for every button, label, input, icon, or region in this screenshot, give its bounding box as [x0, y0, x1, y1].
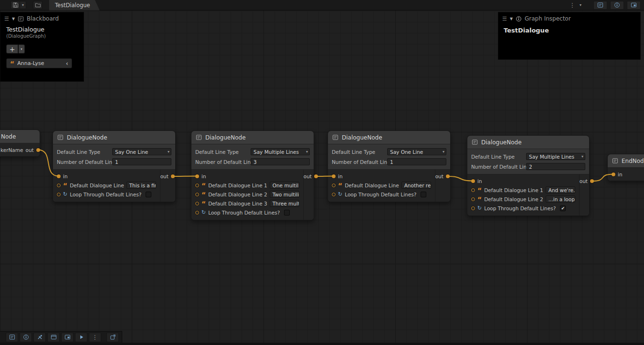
inspector-button[interactable] [20, 333, 32, 342]
line-count-input[interactable]: 2 [526, 163, 585, 170]
field-label: Default Line Type [332, 149, 387, 155]
add-property-options-button[interactable]: ▾ [19, 44, 25, 54]
loop-port[interactable] [57, 193, 61, 196]
loop-icon: ↻ [201, 210, 206, 215]
dialogue-line-input[interactable]: ...in a loop [546, 195, 575, 203]
blackboard-header[interactable]: ☰ ▼ Blackboard [0, 12, 84, 25]
line-port[interactable] [195, 202, 199, 205]
node-title-bar[interactable]: DialogueNode [191, 131, 314, 144]
line-label: Default Dialogue Line 1 [208, 183, 267, 188]
port-row: in [328, 172, 435, 181]
window-button[interactable] [47, 333, 60, 342]
port-label: kerName [0, 147, 23, 153]
line-port[interactable] [471, 197, 475, 201]
inspector-header[interactable]: ☰ ▼ Graph Inspector [498, 12, 640, 25]
node-ports: in “ Default Dialogue Line 1 One multili… [191, 170, 314, 220]
blackboard-icon [64, 334, 71, 340]
collapse-arrow-icon[interactable]: ▼ [510, 17, 513, 21]
line-type-dropdown[interactable]: Say One Line ▾ [112, 148, 171, 155]
line-type-dropdown[interactable]: Say One Line ▾ [387, 148, 446, 155]
output-port[interactable] [314, 174, 318, 178]
input-port[interactable] [332, 174, 336, 178]
dialogue-node-2[interactable]: DialogueNode Default Line Type Say Multi… [191, 130, 314, 220]
collapse-arrow-icon[interactable]: ▼ [12, 17, 15, 21]
port-label: out [580, 178, 588, 184]
output-port[interactable] [590, 179, 594, 183]
dialogue-line-input[interactable]: Another regu [401, 182, 431, 189]
loop-checkbox[interactable] [146, 192, 151, 197]
blackboard-property-pill[interactable]: “ Anna-Lyse ‹ [6, 58, 72, 68]
line-port[interactable] [195, 183, 199, 187]
output-port[interactable] [36, 148, 40, 152]
status-strip [0, 343, 644, 345]
add-property-button[interactable]: + [6, 44, 18, 54]
line-count-input[interactable]: 1 [112, 158, 171, 165]
line-count-input[interactable]: 1 [387, 158, 446, 165]
line-port[interactable] [471, 188, 475, 192]
line-type-dropdown[interactable]: Say Multiple Lines ▾ [526, 153, 585, 160]
toolbar-dropdown-button[interactable]: ▾ [577, 1, 584, 9]
hamburger-icon[interactable]: ☰ [4, 16, 9, 22]
output-port[interactable] [446, 174, 450, 178]
line-label: Default Dialogue Line 2 [484, 196, 543, 202]
line-port[interactable] [195, 193, 199, 196]
dialogue-node-1[interactable]: DialogueNode Default Line Type Say One L… [53, 130, 176, 202]
speaker-node[interactable]: Node kerName out [0, 129, 40, 157]
toggle-inspector-button[interactable] [610, 1, 624, 10]
play-button[interactable] [75, 333, 87, 342]
output-port[interactable] [171, 174, 175, 178]
loop-port[interactable] [471, 206, 475, 210]
console-button[interactable] [6, 333, 18, 342]
toggle-minimap-button[interactable] [627, 1, 641, 10]
toolbar-more-button[interactable]: ⋮ [568, 1, 577, 9]
end-node[interactable]: EndNode in [607, 154, 644, 181]
node-title-bar[interactable]: EndNode [608, 154, 644, 168]
line-type-dropdown[interactable]: Say Multiple Lines ▾ [251, 148, 310, 155]
input-port[interactable] [195, 174, 199, 178]
node-title: DialogueNode [481, 139, 522, 146]
input-port[interactable] [471, 179, 475, 183]
loop-checkbox[interactable] [421, 192, 426, 197]
graph-tab[interactable]: TestDialogue [49, 0, 100, 11]
line-port[interactable] [332, 183, 336, 187]
dialogue-line-input[interactable]: Three multili [270, 200, 299, 207]
dialogue-line-input[interactable]: One multiline [270, 182, 299, 189]
line-port[interactable] [57, 183, 61, 187]
node-title-bar[interactable]: DialogueNode [467, 136, 589, 149]
dialogue-node-icon [196, 134, 202, 140]
node-title-bar[interactable]: DialogueNode [53, 131, 175, 144]
field-value: 1 [390, 159, 393, 165]
loop-row: ↻ Loop Through Default Lines? ✔ [467, 204, 579, 213]
save-button[interactable] [11, 1, 20, 9]
dialogue-line-input[interactable]: This is a first [127, 182, 156, 189]
node-title-bar[interactable]: Node [0, 130, 40, 143]
collapse-chevron-icon[interactable]: ‹ [66, 61, 68, 66]
loop-port[interactable] [332, 193, 336, 196]
blackboard-button[interactable] [61, 333, 74, 342]
field-value: Three multili [273, 201, 299, 206]
open-asset-button[interactable] [33, 1, 42, 9]
more-button[interactable]: ⋮ [89, 333, 101, 342]
open-external-button[interactable] [106, 333, 119, 342]
field-value: Say Multiple Lines [529, 154, 574, 160]
field-label: Number of Default Lines [471, 164, 526, 170]
bottom-toolbar: ⋮ [0, 331, 122, 343]
tools-button[interactable] [33, 333, 46, 342]
node-title-bar[interactable]: DialogueNode [328, 131, 450, 144]
dialogue-line-input[interactable]: Two multiline [270, 191, 299, 198]
input-port[interactable] [57, 174, 61, 178]
loop-checkbox[interactable]: ✔ [560, 205, 566, 211]
dialogue-node-4[interactable]: DialogueNode Default Line Type Say Multi… [467, 135, 590, 216]
save-options-button[interactable]: ▾ [20, 1, 26, 9]
loop-checkbox[interactable] [284, 210, 290, 216]
port-label: in [618, 172, 623, 177]
input-port[interactable] [612, 172, 615, 176]
line-count-input[interactable]: 3 [251, 158, 310, 165]
dialogue-line-input[interactable]: And we're... [546, 186, 575, 194]
toggle-blackboard-button[interactable] [593, 1, 607, 10]
loop-port[interactable] [195, 211, 199, 215]
property-row: Default Line Type Say Multiple Lines ▾ [467, 151, 589, 162]
loop-row: ↻ Loop Through Default Lines? [191, 208, 303, 217]
hamburger-icon[interactable]: ☰ [502, 16, 507, 22]
dialogue-node-3[interactable]: DialogueNode Default Line Type Say One L… [327, 130, 451, 202]
